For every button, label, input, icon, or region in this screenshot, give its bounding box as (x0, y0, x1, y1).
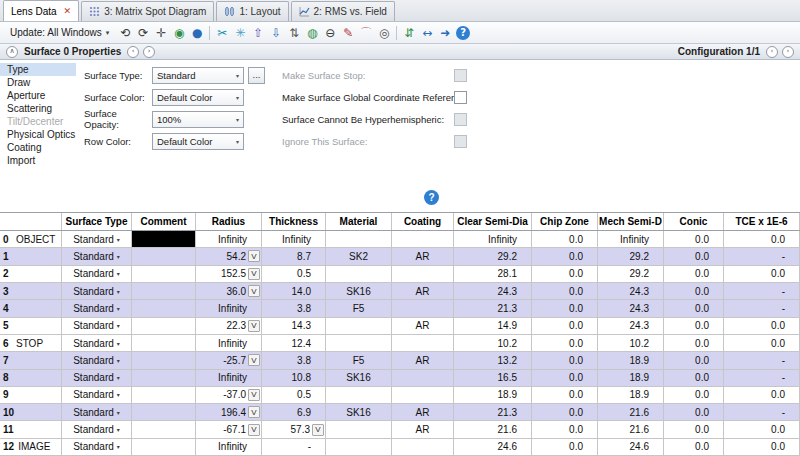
column-header[interactable]: Chip Zone (532, 213, 598, 230)
lde-cell[interactable]: 21.6 (454, 421, 532, 438)
tab-matrix-spot-diagram[interactable]: 3: Matrix Spot Diagram (81, 1, 214, 21)
surface-type-select[interactable]: Standard ▾ (152, 67, 244, 84)
material-cell[interactable] (326, 318, 392, 335)
row-header-cell[interactable]: 0OBJECT (0, 231, 62, 248)
lde-cell[interactable]: 54.2V (196, 248, 262, 265)
update-mode-dropdown[interactable]: Update: All Windows ▾ (5, 26, 114, 39)
sphere-icon[interactable]: ● (188, 24, 206, 42)
row-header-cell[interactable]: 4 (0, 300, 62, 317)
lde-cell[interactable]: 22.3V (196, 318, 262, 335)
lde-cell[interactable]: 0.0 (532, 404, 598, 421)
properties-nav-import[interactable]: Import (0, 154, 76, 167)
coating-cell[interactable]: AR (392, 352, 454, 369)
lde-cell[interactable]: 24.3 (598, 283, 664, 300)
column-header[interactable]: Comment (132, 213, 196, 230)
row-header-cell[interactable]: 1 (0, 248, 62, 265)
crosshair-icon[interactable]: ✛ (152, 24, 170, 42)
comment-cell[interactable] (132, 300, 196, 317)
lde-cell[interactable]: 18.9 (598, 387, 664, 404)
row-header-cell[interactable]: 6STOP (0, 335, 62, 352)
surface-type-cell[interactable]: Standard▾ (62, 335, 132, 352)
row-header-cell[interactable]: 12IMAGE (0, 439, 62, 456)
lde-cell[interactable]: 0.0 (532, 248, 598, 265)
collapse-properties-button[interactable]: ∧ (6, 46, 18, 58)
lde-cell[interactable]: 0.0 (664, 352, 724, 369)
lde-cell[interactable]: 24.3 (598, 300, 664, 317)
lde-cell[interactable]: - (724, 352, 800, 369)
lde-cell[interactable]: 0.0 (532, 421, 598, 438)
update-all-icon[interactable]: ⟳ (134, 24, 152, 42)
comment-cell[interactable] (132, 231, 196, 248)
material-cell[interactable] (326, 421, 392, 438)
lde-cell[interactable]: 24.6 (598, 439, 664, 456)
lde-cell[interactable]: 0.0 (532, 335, 598, 352)
surface-type-cell[interactable]: Standard▾ (62, 248, 132, 265)
lde-cell[interactable]: Infinity (454, 231, 532, 248)
coating-cell[interactable]: AR (392, 248, 454, 265)
sync-icon[interactable]: ⇵ (400, 24, 418, 42)
material-cell[interactable]: SK16 (326, 404, 392, 421)
comment-cell[interactable] (132, 352, 196, 369)
next-configuration-button[interactable]: › (782, 46, 794, 58)
visibility-icon[interactable]: ◎ (375, 24, 393, 42)
tab-lens-data[interactable]: Lens Data ✕ (3, 0, 79, 21)
lde-cell[interactable]: 0.0 (532, 266, 598, 283)
browse-button[interactable]: ... (248, 67, 265, 84)
surface-color-select[interactable]: Default Color ▾ (152, 89, 244, 106)
lde-cell[interactable]: 0.0 (664, 335, 724, 352)
comment-cell[interactable] (132, 266, 196, 283)
lde-cell[interactable]: 29.2 (454, 248, 532, 265)
row-header-cell[interactable]: 5 (0, 318, 62, 335)
solve-flag-indicator[interactable]: V (248, 250, 260, 262)
help-icon[interactable]: ? (456, 26, 470, 40)
column-header[interactable]: Conic (664, 213, 724, 230)
solve-flag-indicator[interactable]: V (248, 320, 260, 332)
lde-cell[interactable]: 24.6 (454, 439, 532, 456)
material-cell[interactable]: SK2 (326, 248, 392, 265)
properties-nav-physical-optics[interactable]: Physical Optics (0, 128, 76, 141)
lde-cell[interactable]: 14.0 (262, 283, 326, 300)
surface-type-cell[interactable]: Standard▾ (62, 370, 132, 387)
surface-type-cell[interactable]: Standard▾ (62, 352, 132, 369)
lde-cell[interactable]: 0.0 (724, 439, 800, 456)
cut-plot-icon[interactable]: ✂ (213, 24, 231, 42)
next-surface-button[interactable]: › (143, 46, 155, 58)
lde-cell[interactable]: 16.5 (454, 370, 532, 387)
lde-cell[interactable]: 0.0 (532, 283, 598, 300)
coating-cell[interactable] (392, 300, 454, 317)
solve-flag-indicator[interactable]: V (248, 424, 260, 436)
row-header-cell[interactable]: 3 (0, 283, 62, 300)
properties-nav-aperture[interactable]: Aperture (0, 89, 76, 102)
lde-cell[interactable]: 0.0 (724, 421, 800, 438)
column-header[interactable]: Coating (392, 213, 454, 230)
arrow-up-icon[interactable]: ⇧ (249, 24, 267, 42)
coating-cell[interactable]: AR (392, 283, 454, 300)
comment-cell[interactable] (132, 335, 196, 352)
comment-cell[interactable] (132, 439, 196, 456)
row-header-cell[interactable]: 9 (0, 387, 62, 404)
surface-type-cell[interactable]: Standard▾ (62, 421, 132, 438)
lde-cell[interactable]: 0.0 (724, 387, 800, 404)
previous-configuration-button[interactable]: ‹ (766, 46, 778, 58)
surface-opacity-select[interactable]: 100% ▾ (152, 111, 244, 128)
lde-cell[interactable]: 0.0 (532, 370, 598, 387)
lde-cell[interactable]: 196.4V (196, 404, 262, 421)
spot-icon[interactable]: ✳ (231, 24, 249, 42)
material-cell[interactable]: SK16 (326, 283, 392, 300)
lde-cell[interactable]: 14.3 (262, 318, 326, 335)
properties-nav-type[interactable]: Type (0, 63, 76, 76)
properties-nav-scattering[interactable]: Scattering (0, 102, 76, 115)
lde-cell[interactable]: 14.9 (454, 318, 532, 335)
lde-cell[interactable]: Infinity (196, 335, 262, 352)
lde-cell[interactable]: 0.0 (664, 231, 724, 248)
row-header-cell[interactable]: 8 (0, 370, 62, 387)
solve-flag-indicator[interactable]: V (248, 285, 260, 297)
column-header[interactable]: Surface Type (62, 213, 132, 230)
material-cell[interactable] (326, 335, 392, 352)
lde-cell[interactable]: 0.0 (664, 248, 724, 265)
lde-cell[interactable]: 18.9 (454, 387, 532, 404)
lde-cell[interactable]: 0.0 (532, 300, 598, 317)
lde-cell[interactable]: 0.0 (724, 318, 800, 335)
lde-cell[interactable]: 21.3 (454, 300, 532, 317)
lde-cell[interactable]: 21.3 (454, 404, 532, 421)
